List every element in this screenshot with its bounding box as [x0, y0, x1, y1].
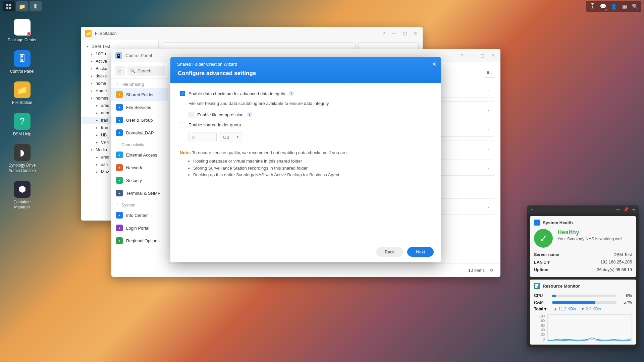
widgets-icon[interactable]: ▦: [619, 1, 630, 11]
checkbox-data-checksum[interactable]: ✓: [180, 91, 185, 96]
sidebar-section-heading[interactable]: ⌃Connectivity: [111, 139, 168, 148]
apps-button[interactable]: [3, 1, 15, 11]
desktop-icon-container-manager[interactable]: ⬢ Container Manager: [6, 181, 38, 210]
caret-icon: ▾: [91, 148, 94, 152]
tree-item-label: Active: [96, 59, 107, 64]
checkbox-file-compression[interactable]: [189, 112, 194, 117]
search-input[interactable]: [138, 68, 162, 73]
sidebar-item-login-portal[interactable]: ▪ Login Portal: [111, 222, 168, 234]
total-label[interactable]: Total ▾: [534, 307, 549, 311]
sidebar-item-label: Network: [126, 165, 142, 170]
collapse-icon[interactable]: ⇥: [631, 207, 636, 212]
reload-button[interactable]: ⟳: [489, 266, 495, 274]
next-button[interactable]: Next: [407, 247, 434, 257]
notifications-icon[interactable]: 💬: [598, 1, 608, 11]
desktop-icon-package-center[interactable]: 🛍 Package Center: [6, 19, 38, 43]
desktop-icon-synology-drive-admin[interactable]: ◗ Synology Drive Admin Console: [6, 144, 38, 173]
health-info-row: LAN 1 ▾192.168.254.205: [534, 258, 632, 266]
taskbar-control-panel[interactable]: 🎛: [30, 1, 42, 11]
shared-folder-wizard: Shared Folder Creation Wizard Configure …: [170, 57, 441, 262]
taskbar-file-station[interactable]: 📁: [16, 1, 28, 11]
resource-monitor-widget: 📊 Resource Monitor CPU 6% RAM 67% Total …: [530, 280, 636, 345]
help-icon[interactable]: ?: [459, 52, 464, 59]
tree-item-label: Mov: [101, 170, 109, 174]
user-icon[interactable]: 👤: [608, 1, 619, 11]
quota-input[interactable]: [189, 132, 217, 142]
desktop-icon-dsm-help[interactable]: ? DSM Help: [6, 113, 38, 137]
sidebar-item-label: File Services: [126, 105, 151, 110]
sidebar-item-label: External Access: [126, 153, 157, 158]
label-data-checksum: Enable data checksum for advanced data i…: [189, 91, 285, 96]
sidebar-section-heading[interactable]: ⌃System: [111, 199, 168, 209]
tree-item-label: Backu: [96, 66, 107, 71]
shared-folder-icon: ▪: [116, 91, 123, 98]
sidebar-item-info-center[interactable]: ▪ Info Center: [111, 209, 168, 222]
sidebar-item-regional-options[interactable]: ▪ Regional Options: [111, 234, 168, 247]
caret-icon: ▸: [91, 74, 94, 78]
caret-icon: ▸: [96, 156, 100, 159]
note-block: Note: To ensure service quality, we reco…: [180, 149, 432, 179]
sidebar-item-shared-folder[interactable]: ▪ Shared Folder: [111, 88, 168, 101]
sort-button[interactable]: ≡↓: [484, 68, 495, 78]
sidebar-item-security[interactable]: ▪ Security: [111, 174, 168, 187]
checksum-description: File self-healing and data scrubbing are…: [189, 101, 432, 106]
chevron-down-icon: ⌄: [487, 146, 490, 150]
minimize-icon[interactable]: —: [390, 29, 397, 37]
close-icon[interactable]: ✕: [412, 29, 419, 37]
sidebar-section-heading[interactable]: ⌃File Sharing: [111, 79, 168, 88]
sidebar-item-user-group[interactable]: ▪ User & Group: [111, 114, 168, 126]
domain-ldap-icon: ▪: [116, 129, 123, 136]
caret-icon: ▾: [91, 97, 94, 100]
close-icon[interactable]: ✕: [490, 52, 496, 59]
item-count: 10 items: [468, 268, 485, 273]
note-intro: To ensure service quality, we recommend …: [192, 150, 348, 155]
note-bullet: Backing up this entire Synology NAS with…: [193, 172, 432, 179]
control-panel-icon: 🎛: [14, 50, 31, 67]
close-icon[interactable]: ✕: [432, 61, 436, 67]
cpu-bar: [552, 295, 616, 297]
tree-item-label: home: [96, 81, 106, 86]
sidebar-item-label: Shared Folder: [126, 92, 154, 97]
maximize-icon[interactable]: ▢: [479, 52, 486, 59]
desktop-icon-file-station[interactable]: 📁 File Station: [6, 81, 38, 106]
sidebar-item-file-services[interactable]: ▪ File Services: [111, 101, 168, 114]
system-tray: 🗄 💬 👤 ▦ 🔍: [586, 1, 641, 12]
sidebar-item-label: Info Center: [126, 213, 148, 218]
back-button[interactable]: Back: [376, 247, 403, 257]
wizard-footer: Back Next: [170, 242, 441, 262]
home-button[interactable]: ⌂: [115, 66, 125, 76]
caret-icon: ▸: [91, 52, 94, 56]
minimize-icon[interactable]: —: [468, 52, 475, 59]
quota-unit-select[interactable]: GB ▼: [220, 132, 242, 142]
sidebar-item-external-access[interactable]: ▪ External Access: [111, 148, 168, 161]
sidebar-item-terminal-snmp[interactable]: ▪ Terminal & SNMP: [111, 187, 168, 199]
tree-item-label: adm: [101, 111, 109, 115]
search-icon[interactable]: 🔍: [630, 1, 641, 11]
minimize-icon[interactable]: —: [615, 207, 621, 212]
sidebar-item-label: Domain/LDAP: [126, 130, 154, 135]
add-widget-icon[interactable]: +: [530, 207, 534, 212]
pin-icon[interactable]: 📌: [623, 207, 630, 212]
chevron-down-icon: ⌄: [487, 204, 490, 209]
widgets-titlebar[interactable]: + — 📌 ⇥: [527, 205, 639, 214]
help-icon[interactable]: ?: [381, 29, 386, 37]
storage-icon[interactable]: 🗄: [587, 1, 598, 11]
info-icon[interactable]: i: [247, 112, 252, 117]
tree-item-label: DSM-Test: [92, 44, 110, 49]
search-box[interactable]: 🔍: [127, 66, 165, 76]
sidebar-item-domain-ldap[interactable]: ▪ Domain/LDAP: [111, 126, 168, 139]
checkbox-quota[interactable]: [180, 122, 185, 127]
caret-icon: ▸: [96, 119, 100, 122]
desktop-icon-control-panel[interactable]: 🎛 Control Panel: [6, 50, 38, 74]
file-station-titlebar[interactable]: 📁 File Station ? — ▢ ✕: [81, 27, 423, 40]
sidebar-item-label: Terminal & SNMP: [126, 191, 161, 196]
network-icon: ▪: [116, 164, 123, 171]
package-center-icon: 🛍: [14, 19, 31, 36]
info-icon[interactable]: i: [288, 91, 294, 96]
desktop-icon-label: Package Center: [8, 38, 37, 43]
maximize-icon[interactable]: ▢: [401, 29, 408, 37]
sidebar-item-network[interactable]: ▪ Network: [111, 161, 168, 174]
net-download: ▼ 2.3 KB/s: [581, 307, 601, 311]
ram-label: RAM: [534, 300, 549, 305]
health-info-row: Server nameDSM-Test: [534, 251, 632, 258]
